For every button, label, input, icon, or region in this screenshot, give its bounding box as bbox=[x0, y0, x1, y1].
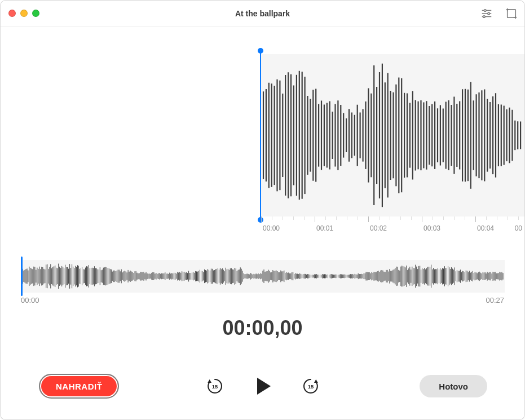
main-waveform-area[interactable] bbox=[1, 54, 524, 216]
svg-point-3 bbox=[484, 9, 486, 11]
minimize-window-button[interactable] bbox=[20, 10, 28, 17]
tick-label: 00:02 bbox=[370, 224, 387, 232]
settings-sliders-icon[interactable] bbox=[480, 7, 493, 20]
skip-fwd-amount: 15 bbox=[307, 384, 313, 390]
svg-marker-535 bbox=[208, 379, 211, 383]
svg-point-4 bbox=[488, 12, 490, 15]
done-button-label: Hotovo bbox=[439, 382, 468, 391]
overview-waveform[interactable] bbox=[21, 260, 505, 293]
titlebar: At the ballpark bbox=[1, 1, 524, 26]
skip-back-amount: 15 bbox=[211, 384, 217, 390]
zoom-window-button[interactable] bbox=[32, 10, 39, 17]
overview-waveform-graphic bbox=[21, 260, 505, 293]
center-controls: 15 15 bbox=[205, 375, 320, 397]
playhead[interactable] bbox=[260, 51, 261, 220]
current-time-display: 00:00,00 bbox=[1, 316, 524, 340]
overview-playhead[interactable] bbox=[21, 257, 23, 296]
tick-label: 00:04 bbox=[477, 224, 494, 232]
timeline-ruler: 00:0000:0100:0200:0300:0400 bbox=[1, 216, 524, 236]
tick-label: 00:01 bbox=[316, 224, 333, 232]
transport-controls: NAHRADIŤ 15 15 Hotovo bbox=[1, 366, 524, 406]
skip-forward-15-icon[interactable]: 15 bbox=[301, 377, 320, 396]
replace-button[interactable]: NAHRADIŤ bbox=[39, 374, 119, 399]
svg-marker-536 bbox=[257, 378, 271, 395]
main-waveform bbox=[260, 54, 525, 216]
tick-label: 00:00 bbox=[263, 224, 280, 232]
tick-label-partial: 00 bbox=[515, 224, 522, 232]
svg-rect-6 bbox=[508, 9, 516, 17]
trim-icon[interactable] bbox=[505, 7, 518, 20]
tick-label: 00:03 bbox=[423, 224, 440, 232]
done-button[interactable]: Hotovo bbox=[420, 375, 487, 397]
skip-back-15-icon[interactable]: 15 bbox=[205, 377, 224, 396]
svg-marker-537 bbox=[314, 379, 317, 383]
window-title: At the ballpark bbox=[1, 9, 524, 18]
overview-end-time: 00:27 bbox=[486, 296, 504, 304]
toolbar-right bbox=[480, 1, 518, 26]
window: At the ballpark 00:0000:0100: bbox=[0, 0, 525, 420]
close-window-button[interactable] bbox=[8, 10, 16, 17]
play-icon[interactable] bbox=[252, 375, 274, 397]
replace-button-label: NAHRADIŤ bbox=[56, 375, 102, 397]
svg-point-5 bbox=[483, 15, 486, 17]
overview-start-time: 00:00 bbox=[21, 296, 39, 304]
traffic-lights bbox=[8, 10, 39, 17]
